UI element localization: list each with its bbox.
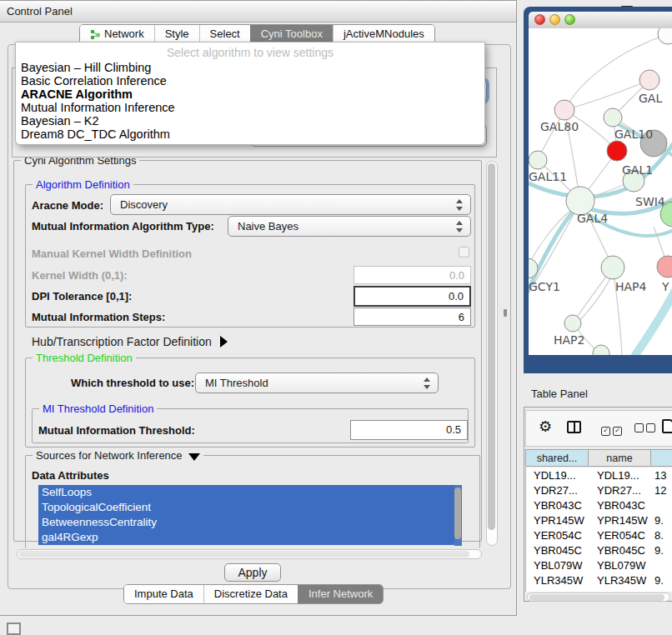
table-cell[interactable]: 8.	[654, 529, 664, 542]
tab-select[interactable]: Select	[199, 25, 250, 43]
control-panel-titlebar: Control Panel ✕	[0, 1, 516, 22]
table-cell[interactable]: YDL19...	[534, 469, 576, 482]
list-item-selected[interactable]: gal4RGexp	[38, 530, 454, 545]
table-cell[interactable]: YDR27...	[534, 484, 578, 497]
aracne-mode-select[interactable]: Discovery	[110, 194, 471, 215]
node[interactable]	[593, 345, 609, 355]
tab-network[interactable]: Network	[80, 25, 154, 43]
table-cell[interactable]: YLR345W	[534, 574, 583, 587]
table-cell[interactable]: YPR145W	[534, 514, 584, 527]
algorithm-option[interactable]: Mutual Information Inference	[21, 101, 175, 114]
mi-algorithm-type-select[interactable]: Naive Bayes	[228, 216, 471, 237]
tab-label: Infer Network	[308, 585, 373, 603]
table-cell[interactable]: YBR043C	[597, 499, 645, 512]
table-cell[interactable]: YBR043C	[534, 499, 582, 512]
settings-hscrollbar-thumb[interactable]	[19, 551, 469, 558]
settings-scrollbar[interactable]	[486, 161, 498, 546]
tab-label: Discretize Data	[214, 585, 288, 603]
column-header[interactable]: name	[588, 449, 651, 467]
node-gal80[interactable]	[554, 100, 574, 120]
manual-kernel-checkbox[interactable]	[459, 247, 469, 258]
column-header[interactable]: shared...	[525, 449, 589, 467]
dpi-tolerance-input[interactable]: 0.0	[354, 286, 471, 307]
restore-panel-icon[interactable]	[7, 622, 21, 635]
node-gal10[interactable]	[604, 108, 622, 127]
checked-box-icon: ✓	[601, 427, 610, 436]
minimize-traffic-light-icon[interactable]	[549, 14, 560, 25]
table-cell[interactable]: YBL079W	[534, 559, 583, 572]
tab-jactivemnodules[interactable]: jActiveMNodules	[333, 25, 434, 43]
table-cell[interactable]: YDL19...	[597, 469, 639, 482]
algorithm-option[interactable]: Bayesian – K2	[21, 114, 99, 128]
node-hap2[interactable]	[564, 315, 581, 332]
algorithm-option[interactable]: Dream8 DC_TDC Algorithm	[21, 128, 170, 141]
table-cell[interactable]: YDR27...	[597, 484, 641, 497]
table-cell[interactable]: YPR145W	[597, 514, 648, 527]
aracne-mode-label: Aracne Mode:	[32, 199, 103, 212]
list-item-selected[interactable]: BetweennessCentrality	[38, 515, 454, 530]
network-canvas[interactable]: GAL GAL80 GAL10 GAL1 GAL11 SWI4 GAL4 GCY…	[529, 28, 672, 355]
network-window-titlebar[interactable]	[529, 12, 672, 29]
kernel-width-input[interactable]: 0.0	[354, 266, 471, 284]
which-threshold-select[interactable]: MI Threshold	[195, 372, 439, 393]
list-scrollbar[interactable]	[454, 485, 462, 546]
manual-kernel-label: Manual Kernel Width Definition	[32, 248, 192, 260]
mi-steps-input[interactable]: 6	[354, 308, 471, 326]
node-hap4[interactable]	[601, 256, 624, 279]
list-scrollbar-thumb[interactable]	[454, 488, 461, 539]
column-header[interactable]: A	[650, 449, 672, 467]
table-panel-title: Table Panel	[531, 388, 588, 400]
settings-hscrollbar[interactable]	[17, 549, 482, 559]
node-gal1-selected[interactable]	[607, 141, 627, 161]
table-cell[interactable]: 13	[654, 469, 666, 482]
node[interactable]	[658, 28, 672, 44]
table-cell[interactable]: YBR045C	[534, 544, 582, 557]
tab-label: Style	[165, 25, 189, 43]
gear-icon[interactable]: ⚙	[539, 418, 552, 436]
tab-cyni-toolbox[interactable]: Cyni Toolbox	[250, 25, 333, 43]
table-cell[interactable]: YIL053C	[597, 589, 639, 592]
close-traffic-light-icon[interactable]	[534, 14, 545, 25]
which-threshold-value: MI Threshold	[205, 377, 268, 389]
tab-impute-data[interactable]: Impute Data	[124, 585, 203, 603]
table-cell[interactable]: YER054C	[534, 529, 582, 542]
list-item-selected[interactable]: TopologicalCoefficient	[38, 500, 454, 515]
mi-threshold-input[interactable]: 0.5	[350, 420, 468, 440]
node-gal11[interactable]	[529, 151, 547, 169]
algorithm-option-selected[interactable]: ARACNE Algorithm	[21, 88, 133, 101]
table-body[interactable]: YDL19... YDL19... 13 YDR27... YDR27... 1…	[525, 468, 672, 592]
collapse-down-icon[interactable]	[188, 453, 200, 461]
algorithm-option[interactable]: Basic Correlation Inference	[21, 74, 167, 88]
unselect-all-icon[interactable]	[634, 422, 658, 435]
table-cell[interactable]: YLR345W	[597, 574, 646, 587]
table-cell[interactable]: YER054C	[597, 529, 645, 542]
tab-discretize-data[interactable]: Discretize Data	[203, 585, 298, 603]
hub-definition-expander[interactable]: Hub/Transcription Factor Definition	[32, 335, 228, 348]
combo-stepper-icon	[456, 220, 464, 233]
select-all-icon[interactable]: ✓✓	[601, 422, 624, 436]
node-gal4[interactable]	[566, 187, 594, 215]
table-hscrollbar[interactable]	[527, 592, 670, 602]
panel-splitter-handle[interactable]	[504, 309, 507, 317]
table-cell[interactable]: YBL079W	[597, 559, 646, 572]
table-cell[interactable]: 9.	[654, 574, 664, 587]
node-gal[interactable]	[639, 70, 659, 90]
table-cell[interactable]: 12	[654, 484, 666, 497]
table-hscrollbar-thumb[interactable]	[529, 594, 664, 601]
tab-style[interactable]: Style	[154, 25, 199, 43]
table-cell[interactable]: 9.	[654, 589, 664, 592]
apply-button[interactable]: Apply	[224, 563, 281, 582]
node-salmon[interactable]	[657, 256, 672, 278]
list-item-selected[interactable]: SelfLoops	[38, 485, 454, 500]
table-cell[interactable]: YIL053C	[534, 589, 576, 592]
table-cell[interactable]: 9.	[654, 514, 664, 527]
zoom-traffic-light-icon[interactable]	[564, 14, 575, 25]
table-cell[interactable]: 9.	[654, 544, 664, 557]
table-cell[interactable]: YBR045C	[597, 544, 645, 557]
algorithm-option[interactable]: Bayesian – Hill Climbing	[21, 61, 151, 74]
tab-infer-network[interactable]: Infer Network	[298, 585, 383, 603]
columns-icon[interactable]	[567, 421, 581, 433]
document-icon[interactable]	[662, 419, 672, 433]
node-label: GAL	[639, 92, 662, 105]
settings-scrollbar-thumb[interactable]	[488, 163, 495, 530]
